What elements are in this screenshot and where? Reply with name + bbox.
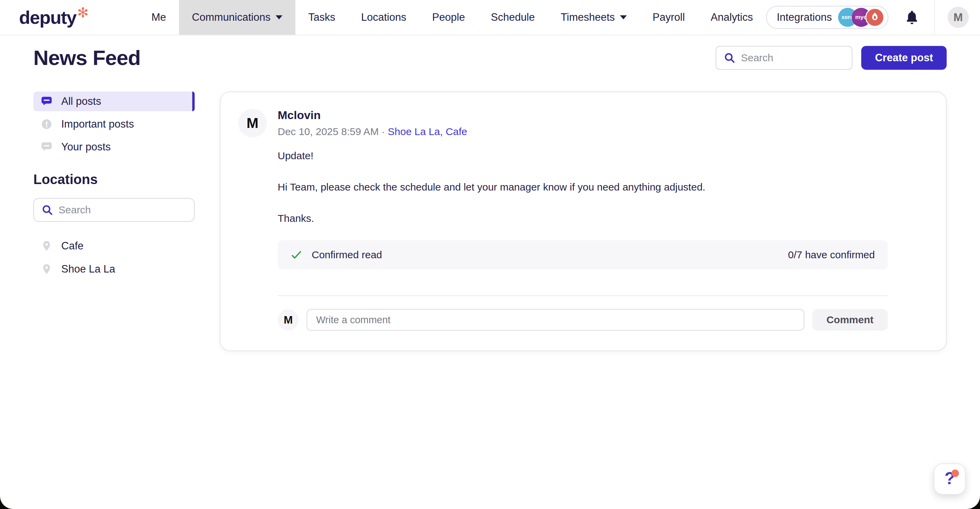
confirmed-read-left: Confirmed read xyxy=(291,249,382,261)
top-nav-bar: deputy✻ Me Communications Tasks Location… xyxy=(0,0,980,35)
deputy-logo-text: deputy xyxy=(19,7,76,28)
locations-section-title: Locations xyxy=(33,172,195,187)
post-author-name: Mclovin xyxy=(278,108,467,122)
nav-item-label: Schedule xyxy=(491,11,535,24)
help-button[interactable]: ? xyxy=(934,463,966,495)
page-title: News Feed xyxy=(33,46,140,70)
lightspeed-logo-icon xyxy=(865,8,885,27)
meta-separator: · xyxy=(379,126,388,137)
important-exclamation-icon xyxy=(41,118,52,130)
nav-item-me[interactable]: Me xyxy=(138,0,179,35)
integrations-label: Integrations xyxy=(777,11,832,24)
page-header-controls: Create post xyxy=(716,46,947,70)
deputy-logo-star-icon: ✻ xyxy=(77,5,88,21)
comment-submit-button[interactable]: Comment xyxy=(812,309,888,331)
nav-item-tasks[interactable]: Tasks xyxy=(295,0,348,35)
chevron-down-icon xyxy=(275,15,282,19)
chat-bubble-icon xyxy=(41,95,52,107)
nav-item-analytics[interactable]: Analytics xyxy=(698,0,766,35)
nav-item-locations[interactable]: Locations xyxy=(348,0,419,35)
sidebar-item-all-posts[interactable]: All posts xyxy=(33,92,195,111)
nav-item-label: Tasks xyxy=(308,11,335,24)
sidebar-item-label: Important posts xyxy=(61,118,134,130)
sidebar-item-label: All posts xyxy=(61,95,101,108)
header-right-controls: Integrations xero myo M xyxy=(766,0,980,35)
nav-item-label: People xyxy=(432,11,465,24)
content-body: All posts Important posts Your posts Loc… xyxy=(33,92,947,351)
nav-item-people[interactable]: People xyxy=(419,0,478,35)
notifications-bell-icon[interactable] xyxy=(904,10,920,25)
main-nav: Me Communications Tasks Locations People… xyxy=(138,0,766,35)
nav-item-payroll[interactable]: Payroll xyxy=(640,0,698,35)
active-indicator-bar xyxy=(192,92,195,111)
sidebar-item-important-posts[interactable]: Important posts xyxy=(33,115,195,134)
post-locations-link[interactable]: Shoe La La, Cafe xyxy=(388,126,468,137)
post-header: M Mclovin Dec 10, 2025 8:59 AM · Shoe La… xyxy=(238,108,928,137)
posts-search-box[interactable] xyxy=(716,46,853,70)
search-icon xyxy=(41,204,53,216)
confirmed-read-label: Confirmed read xyxy=(312,249,382,261)
integrations-button[interactable]: Integrations xero myo xyxy=(766,6,888,29)
nav-item-communications[interactable]: Communications xyxy=(179,0,295,35)
locations-search-box[interactable] xyxy=(33,198,195,222)
nav-item-label: Locations xyxy=(361,11,406,24)
sidebar-location-shoe-la-la[interactable]: Shoe La La xyxy=(33,259,195,279)
post-paragraph: Update! xyxy=(278,150,888,162)
post-card: M Mclovin Dec 10, 2025 8:59 AM · Shoe La… xyxy=(220,92,947,351)
confirmed-count: 0/7 have confirmed xyxy=(788,249,875,261)
comment-row: M Comment xyxy=(278,309,888,331)
comment-user-avatar: M xyxy=(278,309,299,330)
location-item-label: Cafe xyxy=(61,240,83,252)
card-divider xyxy=(278,295,888,296)
nav-item-label: Payroll xyxy=(653,11,685,24)
map-pin-icon xyxy=(41,240,52,252)
search-icon xyxy=(724,52,735,64)
post-content: Update! Hi Team, please check the schedu… xyxy=(278,150,888,331)
header-divider xyxy=(934,0,935,35)
help-notification-dot xyxy=(951,469,959,477)
nav-item-schedule[interactable]: Schedule xyxy=(478,0,547,35)
map-pin-icon xyxy=(41,263,52,275)
page-header-row: News Feed Create post xyxy=(33,46,947,70)
sidebar-item-your-posts[interactable]: Your posts xyxy=(33,137,195,157)
location-item-label: Shoe La La xyxy=(61,263,115,275)
sidebar-location-cafe[interactable]: Cafe xyxy=(33,236,195,256)
post-author-avatar: M xyxy=(238,109,267,137)
app-window: deputy✻ Me Communications Tasks Location… xyxy=(0,0,980,509)
locations-search-input[interactable] xyxy=(59,204,186,216)
post-paragraph: Thanks. xyxy=(278,212,888,224)
posts-search-input[interactable] xyxy=(741,52,844,64)
sidebar: All posts Important posts Your posts Loc… xyxy=(33,92,195,282)
user-avatar[interactable]: M xyxy=(948,7,969,28)
nav-item-timesheets[interactable]: Timesheets xyxy=(548,0,640,35)
page-content: News Feed Create post All posts xyxy=(0,46,980,351)
nav-item-label: Communications xyxy=(192,11,270,24)
nav-item-label: Analytics xyxy=(711,11,753,24)
chat-bubble-icon xyxy=(41,141,52,153)
confirmed-read-bar[interactable]: Confirmed read 0/7 have confirmed xyxy=(278,240,888,269)
nav-item-label: Timesheets xyxy=(561,11,615,24)
comment-input[interactable] xyxy=(316,314,795,326)
post-timestamp: Dec 10, 2025 8:59 AM xyxy=(278,126,379,137)
check-icon xyxy=(291,249,302,261)
nav-item-label: Me xyxy=(151,11,166,24)
sidebar-item-label: Your posts xyxy=(61,141,111,153)
comment-input-box[interactable] xyxy=(307,309,804,331)
post-author-block: Mclovin Dec 10, 2025 8:59 AM · Shoe La L… xyxy=(278,108,467,137)
post-paragraph: Hi Team, please check the schedule and l… xyxy=(278,181,888,193)
create-post-button[interactable]: Create post xyxy=(861,46,947,70)
chevron-down-icon xyxy=(620,15,627,19)
deputy-logo[interactable]: deputy✻ xyxy=(19,0,88,35)
post-meta: Dec 10, 2025 8:59 AM · Shoe La La, Cafe xyxy=(278,126,467,137)
